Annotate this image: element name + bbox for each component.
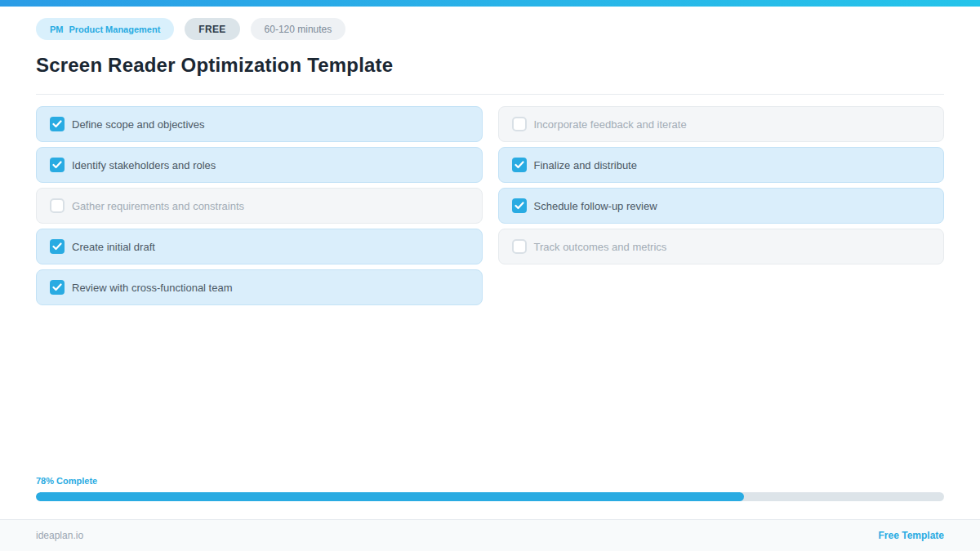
- checklist-item[interactable]: Create initial draft: [36, 229, 483, 264]
- footer-free-template-link[interactable]: Free Template: [879, 530, 944, 541]
- checklist-item[interactable]: Review with cross-functional team: [36, 269, 483, 305]
- category-badge-label: Product Management: [69, 24, 161, 34]
- header-divider: [36, 94, 944, 95]
- checklist-item-label: Create initial draft: [72, 241, 155, 253]
- page-title: Screen Reader Optimization Template: [36, 54, 944, 77]
- badge-row: PM Product Management FREE 60-120 minute…: [36, 18, 944, 40]
- checklist-item-label: Finalize and distribute: [534, 159, 637, 171]
- checklist-item-label: Identify stakeholders and roles: [72, 159, 216, 171]
- checkbox-unchecked-icon[interactable]: [512, 117, 527, 131]
- free-badge: FREE: [185, 18, 239, 40]
- category-badge: PM Product Management: [36, 18, 174, 40]
- checkbox-checked-icon[interactable]: [50, 117, 65, 131]
- checklist-column-left: Define scope and objectivesIdentify stak…: [36, 106, 483, 310]
- checklist-item[interactable]: Identify stakeholders and roles: [36, 147, 483, 183]
- checkbox-unchecked-icon[interactable]: [50, 198, 65, 213]
- checklist-item-label: Gather requirements and constraints: [72, 200, 244, 212]
- checkbox-unchecked-icon[interactable]: [512, 239, 527, 254]
- checklist-item[interactable]: Define scope and objectives: [36, 106, 483, 142]
- checklist-item-label: Schedule follow-up review: [534, 200, 657, 212]
- checkbox-checked-icon[interactable]: [50, 239, 65, 254]
- checklist-item-label: Define scope and objectives: [72, 118, 205, 131]
- checklist-column-right: Incorporate feedback and iterateFinalize…: [498, 106, 945, 310]
- checkbox-checked-icon[interactable]: [50, 158, 65, 172]
- progress-label: 78% Complete: [36, 476, 944, 486]
- progress-bar-fill: [36, 492, 744, 501]
- checkbox-checked-icon[interactable]: [50, 280, 65, 295]
- footer: ideaplan.io Free Template: [0, 519, 980, 551]
- top-accent-bar: [0, 0, 980, 7]
- progress-section: 78% Complete: [36, 476, 944, 519]
- main-content: PM Product Management FREE 60-120 minute…: [0, 7, 980, 519]
- checklist-item[interactable]: Incorporate feedback and iterate: [498, 106, 945, 142]
- checkbox-checked-icon[interactable]: [512, 158, 527, 172]
- checklist-item[interactable]: Gather requirements and constraints: [36, 188, 483, 224]
- category-badge-prefix: PM: [50, 24, 64, 34]
- footer-site-name: ideaplan.io: [36, 530, 83, 541]
- checklist-item[interactable]: Track outcomes and metrics: [498, 229, 945, 264]
- checklist-item[interactable]: Schedule follow-up review: [498, 188, 945, 224]
- checkbox-checked-icon[interactable]: [512, 198, 527, 213]
- checklist-item-label: Review with cross-functional team: [72, 282, 233, 294]
- duration-badge: 60-120 minutes: [251, 18, 346, 40]
- checklist-item-label: Track outcomes and metrics: [534, 241, 667, 253]
- progress-bar: [36, 492, 944, 501]
- checklist-item[interactable]: Finalize and distribute: [498, 147, 945, 183]
- checklist-item-label: Incorporate feedback and iterate: [534, 118, 687, 131]
- checklist: Define scope and objectivesIdentify stak…: [36, 106, 944, 310]
